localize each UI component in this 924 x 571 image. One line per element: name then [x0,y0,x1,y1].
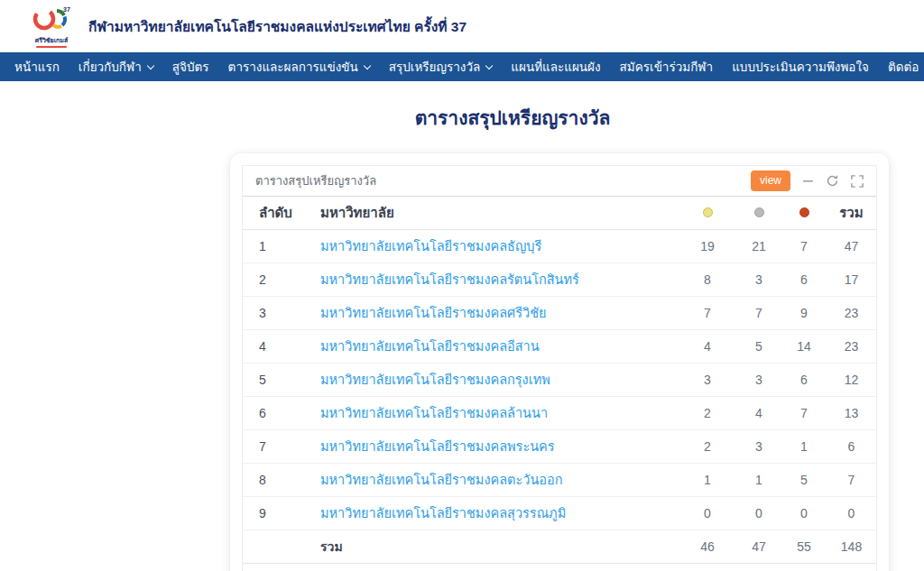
university-link[interactable]: มหาวิทยาลัยเทคโนโลยีราชมงคลกรุงเทพ [320,373,550,387]
table-row: 7 มหาวิทยาลัยเทคโนโลยีราชมงคลพระนคร 2 3 … [243,429,876,463]
silver-count: 21 [736,229,781,262]
table-row: 9 มหาวิทยาลัยเทคโนโลยีราชมงคลสุวรรณภูมิ … [243,496,876,530]
table-row: 4 มหาวิทยาลัยเทคโนโลยีราชมงคลอีสาน 4 5 1… [243,329,876,363]
panel-header: ตารางสรุปเหรียญรางวัล view [243,166,876,197]
university-link[interactable]: มหาวิทยาลัยเทคโนโลยีราชมงคลตะวันออก [320,473,563,487]
col-header-silver [736,197,781,229]
logo-underline [36,46,67,48]
university-link[interactable]: มหาวิทยาลัยเทคโนโลยีราชมงคลล้านนา [320,406,548,420]
nav-item-register[interactable]: สมัครเข้าร่วมกีฬา [620,57,714,77]
bronze-count: 5 [781,463,827,496]
university-link[interactable]: มหาวิทยาลัยเทคโนโลยีราชมงคลธัญบุรี [320,239,541,253]
panel-toolbar: view [751,170,864,191]
nav-item-about[interactable]: เกี่ยวกับกีฬา [79,57,153,77]
nav-item-label: สมัครเข้าร่วมกีฬา [620,57,714,77]
silver-count: 3 [736,262,781,296]
panel-title: ตารางสรุปเหรียญรางวัล [255,171,376,190]
site-logo[interactable]: 37 ศรีวิชัยเกมส์ [25,5,78,48]
summary-rank-cell [243,530,320,563]
page-title-wrap: ตารางสรุปเหรียญรางวัล [101,81,924,133]
summary-silver-count: 47 [736,530,781,563]
silver-count: 5 [736,329,781,363]
bronze-count: 7 [781,396,827,429]
nav-item-medal-summary[interactable]: สรุปเหรียญรางวัล [389,57,493,77]
bronze-count: 1 [781,429,827,463]
rank-cell: 2 [243,262,320,296]
medal-table-card: ตารางสรุปเหรียญรางวัล view [230,153,889,571]
gold-medal-icon [703,207,713,217]
rank-cell: 3 [243,296,320,329]
col-header-bronze [781,197,827,229]
total-count: 23 [827,296,876,329]
total-count: 13 [827,396,876,429]
silver-count: 3 [736,363,781,396]
silver-count: 0 [736,496,781,530]
table-filler-row [243,563,876,571]
university-link[interactable]: มหาวิทยาลัยเทคโนโลยีราชมงคลสุวรรณภูมิ [320,506,566,520]
rank-cell: 9 [243,496,320,530]
medal-table-panel: ตารางสรุปเหรียญรางวัล view [242,165,877,571]
table-row: 6 มหาวิทยาลัยเทคโนโลยีราชมงคลล้านนา 2 4 … [243,396,876,429]
rank-cell: 1 [243,229,320,262]
bronze-medal-icon [799,207,809,217]
nav-item-contact[interactable]: ติดต่อ [888,57,919,77]
silver-count: 3 [736,429,781,463]
fullscreen-icon[interactable] [851,175,864,188]
nav-item-program[interactable]: สูจิบัตร [172,57,209,77]
page-title: ตารางสรุปเหรียญรางวัล [101,103,924,133]
nav-item-label: แผนที่และแผนผัง [511,57,600,77]
university-link[interactable]: มหาวิทยาลัยเทคโนโลยีราชมงคลอีสาน [320,339,540,354]
total-count: 6 [827,429,876,463]
gold-count: 1 [679,463,736,496]
total-count: 47 [827,229,876,262]
nav-item-maps[interactable]: แผนที่และแผนผัง [511,57,600,77]
rank-cell: 6 [243,396,320,429]
university-link[interactable]: มหาวิทยาลัยเทคโนโลยีราชมงคลรัตนโกสินทร์ [320,272,579,287]
col-header-gold [679,197,736,229]
university-link[interactable]: มหาวิทยาลัยเทคโนโลยีราชมงคลพระนคร [320,439,555,454]
summary-bronze-count: 55 [781,530,827,563]
site-title: กีฬามหาวิทยาลัยเทคโนโลยีราชมงคลแห่งประเท… [88,15,467,38]
rank-cell: 7 [243,429,320,463]
rank-cell: 5 [243,363,320,396]
gold-count: 2 [679,429,736,463]
col-header-total: รวม [827,197,876,229]
table-row: 5 มหาวิทยาลัยเทคโนโลยีราชมงคลกรุงเทพ 3 3… [243,363,876,396]
nav-item-label: ติดต่อ [888,57,919,77]
total-count: 23 [827,329,876,363]
nav-item-schedule-results[interactable]: ตารางและผลการแข่งขัน [228,57,370,77]
view-button[interactable]: view [751,170,790,191]
gold-count: 0 [679,496,736,530]
bronze-count: 9 [781,296,827,329]
minus-icon[interactable] [802,175,814,187]
reload-icon[interactable] [826,174,839,188]
medal-table: ลำดับ มหาวิทยาลัย รวม 1 มหาวิทยาลัยเทคโน… [243,197,876,571]
summary-total-count: 148 [827,530,876,563]
table-row: 1 มหาวิทยาลัยเทคโนโลยีราชมงคลธัญบุรี 19 … [243,229,876,262]
gold-count: 19 [679,229,736,262]
app: 37 ศรีวิชัยเกมส์ กีฬามหาวิทยาลัยเทคโนโลย… [0,0,924,571]
university-link[interactable]: มหาวิทยาลัยเทคโนโลยีราชมงคลศรีวิชัย [320,306,547,320]
nav-item-survey[interactable]: แบบประเมินความพึงพอใจ [732,57,869,77]
table-header-row: ลำดับ มหาวิทยาลัย รวม [243,197,876,229]
chevron-down-icon [364,61,371,69]
gold-count: 2 [679,396,736,429]
bronze-count: 6 [781,363,827,396]
bronze-count: 14 [781,329,827,363]
silver-count: 7 [736,296,781,329]
rank-cell: 4 [243,329,320,363]
total-count: 17 [827,262,876,296]
total-count: 0 [827,496,876,530]
col-header-rank: ลำดับ [243,197,320,229]
site-header: 37 ศรีวิชัยเกมส์ กีฬามหาวิทยาลัยเทคโนโลย… [0,0,924,52]
bronze-count: 6 [781,262,827,296]
nav-item-home[interactable]: หน้าแรก [14,57,60,77]
main-content: ตารางสรุปเหรียญรางวัล ตารางสรุปเหรียญราง… [0,81,924,571]
rank-cell: 8 [243,463,320,496]
table-row: 2 มหาวิทยาลัยเทคโนโลยีราชมงคลรัตนโกสินทร… [243,262,876,296]
summary-gold-count: 46 [679,530,736,563]
svg-text:37: 37 [63,6,70,13]
main-nav: หน้าแรก เกี่ยวกับกีฬา สูจิบัตร ตารางและผ… [0,52,924,81]
gold-count: 8 [679,262,736,296]
chevron-down-icon [485,61,493,69]
